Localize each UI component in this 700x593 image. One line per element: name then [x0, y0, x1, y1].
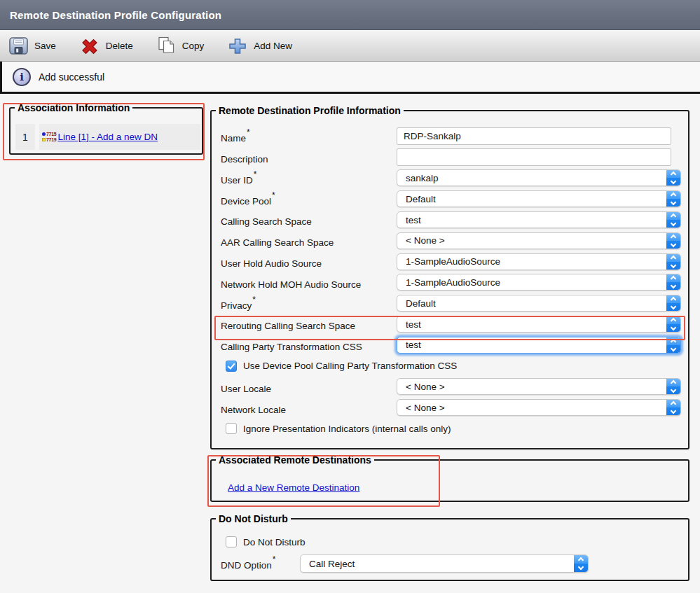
description-input[interactable]: [397, 148, 671, 166]
user-hold-audio-label: User Hold Audio Source: [221, 255, 397, 269]
association-information-legend: Association Information: [15, 102, 132, 113]
ignore-presentation-indicators-checkbox[interactable]: [226, 423, 237, 434]
form-row-network-hold-audio: Network Hold MOH Audio Source 1-SampleAu…: [221, 272, 688, 293]
stepper-icon: [666, 254, 680, 270]
add-new-button[interactable]: Add New: [228, 37, 292, 55]
do-not-disturb-label: Do Not Disturb: [243, 537, 306, 547]
do-not-disturb-checkbox[interactable]: [226, 536, 237, 547]
remote-destination-profile-page: Remote Destination Profile Configuration…: [0, 0, 700, 593]
copy-button[interactable]: Copy: [157, 36, 205, 55]
content-divider: [0, 92, 700, 94]
stepper-icon: [666, 316, 680, 332]
network-locale-select[interactable]: < None >: [397, 399, 681, 416]
form-row-ignore-presentation-indicators: Ignore Presentation Indicators (internal…: [221, 418, 688, 439]
stepper-icon: [666, 379, 680, 394]
calling-search-space-label: Calling Search Space: [221, 213, 397, 227]
calling-party-transformation-css-label: Calling Party Transformation CSS: [221, 338, 397, 352]
user-hold-audio-select[interactable]: 1-SampleAudioSource: [397, 253, 681, 270]
user-id-select[interactable]: sankalp: [397, 169, 681, 186]
page-title: Remote Destination Profile Configuration: [10, 9, 221, 21]
delete-label: Delete: [106, 41, 133, 51]
add-new-label: Add New: [254, 41, 292, 51]
profile-form-rows: Name* Description User ID* sankalp Devic…: [212, 116, 688, 439]
delete-icon: [80, 37, 99, 55]
line-appearance-icon: 7715 7719: [42, 132, 56, 142]
association-information-section: Association Information 1 7715 7719 Line…: [9, 102, 203, 155]
user-locale-select[interactable]: < None >: [397, 378, 681, 395]
stepper-icon: [666, 191, 680, 207]
stepper-icon: [666, 212, 680, 228]
profile-information-legend: Remote Destination Profile Information: [216, 105, 404, 116]
do-not-disturb-section: Do Not Disturb Do Not Disturb DND Option…: [210, 513, 689, 581]
description-label: Description: [221, 151, 397, 165]
save-label: Save: [34, 41, 56, 51]
form-row-calling-party-transformation-css: Calling Party Transformation CSS test: [221, 335, 688, 356]
title-bar: Remote Destination Profile Configuration: [0, 0, 700, 30]
associated-destinations-section: Associated Remote Destinations Add a New…: [210, 454, 689, 502]
form-row-aar-css: AAR Calling Search Space < None >: [221, 230, 688, 251]
line-dot-icon: [42, 132, 46, 136]
name-input[interactable]: [397, 127, 671, 145]
form-row-network-locale: Network Locale < None >: [221, 397, 688, 418]
form-row-user-id: User ID* sankalp: [221, 168, 688, 189]
dnd-rows: Do Not Disturb DND Option* Call Reject: [212, 524, 688, 573]
network-locale-label: Network Locale: [221, 401, 397, 415]
calling-party-transformation-css-select[interactable]: test: [397, 337, 681, 354]
association-row: 1 7715 7719 Line [1] - Add a new DN: [15, 124, 202, 150]
dnd-option-select[interactable]: Call Reject: [300, 554, 589, 573]
dnd-option-row: DND Option* Call Reject: [221, 554, 688, 573]
status-banner: i Add successful: [0, 62, 700, 92]
associated-destinations-legend: Associated Remote Destinations: [216, 454, 374, 466]
dnd-checkbox-row: Do Not Disturb: [221, 534, 688, 550]
save-button[interactable]: Save: [9, 37, 56, 55]
form-row-calling-search-space: Calling Search Space test: [221, 209, 688, 230]
stepper-icon: [666, 337, 680, 353]
form-row-description: Description: [221, 147, 688, 168]
form-row-user-hold-audio: User Hold Audio Source 1-SampleAudioSour…: [221, 251, 688, 272]
info-icon: i: [13, 68, 31, 86]
rerouting-css-select[interactable]: test: [397, 316, 681, 333]
form-row-rerouting-css: Rerouting Calling Search Space test: [221, 314, 688, 335]
ignore-presentation-indicators-label: Ignore Presentation Indicators (internal…: [243, 424, 451, 434]
privacy-label: Privacy*: [221, 297, 397, 311]
stepper-icon: [666, 274, 680, 290]
device-pool-label: Device Pool*: [221, 193, 397, 207]
privacy-select[interactable]: Default: [397, 295, 681, 312]
name-label: Name*: [221, 130, 397, 144]
dnd-option-label: DND Option*: [221, 557, 300, 571]
aar-css-select[interactable]: < None >: [397, 232, 681, 249]
user-locale-label: User Locale: [221, 380, 397, 394]
association-line-cell: 7715 7719 Line [1] - Add a new DN: [39, 124, 200, 150]
form-row-device-pool: Device Pool* Default: [221, 188, 688, 209]
line-1-add-dn-link[interactable]: Line [1] - Add a new DN: [57, 132, 158, 142]
stepper-icon: [666, 295, 680, 311]
stepper-icon: [574, 555, 588, 572]
line-square-icon: [42, 138, 46, 141]
calling-search-space-select[interactable]: test: [397, 211, 681, 228]
status-message: Add successful: [39, 71, 104, 83]
use-device-pool-css-checkbox[interactable]: [226, 361, 237, 372]
add-remote-destination-link[interactable]: Add a New Remote Destination: [228, 482, 359, 493]
device-pool-select[interactable]: Default: [397, 190, 681, 207]
add-new-icon: [228, 37, 247, 55]
network-hold-audio-select[interactable]: 1-SampleAudioSource: [397, 274, 681, 291]
form-row-user-locale: User Locale < None >: [221, 377, 688, 398]
stepper-icon: [666, 170, 680, 186]
profile-information-section: Remote Destination Profile Information N…: [210, 105, 689, 449]
use-device-pool-css-label: Use Device Pool Calling Party Transforma…: [243, 361, 457, 371]
aar-css-label: AAR Calling Search Space: [221, 234, 397, 248]
form-row-privacy: Privacy* Default: [221, 293, 688, 314]
user-id-label: User ID*: [221, 172, 397, 186]
rerouting-css-label: Rerouting Calling Search Space: [221, 317, 397, 331]
do-not-disturb-legend: Do Not Disturb: [216, 513, 291, 524]
stepper-icon: [666, 233, 680, 249]
save-icon: [9, 37, 28, 55]
toolbar: Save Delete Copy: [0, 31, 700, 62]
delete-button[interactable]: Delete: [80, 37, 133, 55]
stepper-icon: [666, 400, 680, 415]
form-row-name: Name*: [221, 126, 688, 147]
copy-label: Copy: [182, 41, 205, 51]
network-hold-audio-label: Network Hold MOH Audio Source: [221, 276, 397, 290]
association-row-number: 1: [15, 124, 35, 150]
form-row-use-device-pool-css: Use Device Pool Calling Party Transforma…: [221, 356, 688, 377]
